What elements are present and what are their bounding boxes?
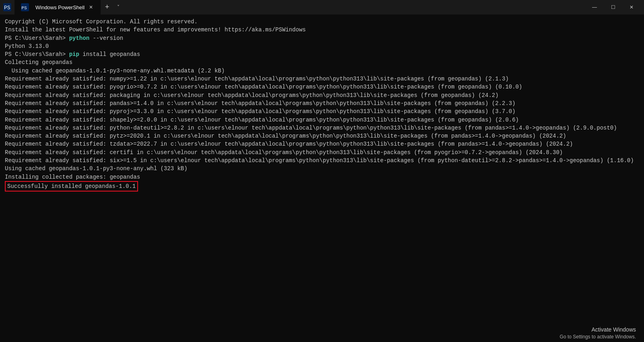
- tab-powershell-icon: PS: [21, 3, 29, 11]
- terminal-output: Copyright (C) Microsoft Corporation. All…: [5, 18, 639, 192]
- terminal-line-copyright: Copyright (C) Microsoft Corporation. All…: [5, 18, 639, 26]
- powershell-window: PS PS Windows PowerShell ✕ + ˅ — ☐ ✕: [0, 0, 644, 342]
- terminal-line-req8: Requirement already satisfied: pytz>=202…: [5, 132, 639, 140]
- terminal-line-req10: Requirement already satisfied: certifi i…: [5, 148, 639, 157]
- svg-text:PS: PS: [21, 6, 27, 10]
- maximize-button[interactable]: ☐: [604, 0, 622, 14]
- terminal-line-cmd-python-version: PS C:\Users\Sarah> python --version: [5, 34, 639, 42]
- terminal-line-req7: Requirement already satisfied: python-da…: [5, 124, 639, 132]
- terminal-line-python-version-out: Python 3.13.0: [5, 42, 639, 50]
- terminal-line-req6: Requirement already satisfied: shapely>=…: [5, 116, 639, 124]
- command-args: install geopandas: [79, 51, 140, 58]
- activate-title: Activate Windows: [560, 326, 636, 334]
- terminal-line-req1: Requirement already satisfied: numpy>=1.…: [5, 75, 639, 83]
- terminal-line-using-cached: Using cached geopandas-1.0.1-py3-none-an…: [5, 67, 639, 75]
- terminal-line-cmd-pip-install: PS C:\Users\Sarah> pip install geopandas: [5, 50, 639, 58]
- svg-text:PS: PS: [4, 5, 10, 11]
- tab-area: PS Windows PowerShell ✕ + ˅: [14, 0, 585, 14]
- terminal-line-req3: Requirement already satisfied: packaging…: [5, 91, 639, 99]
- minimize-button[interactable]: —: [585, 0, 604, 14]
- titlebar: PS PS Windows PowerShell ✕ + ˅ — ☐ ✕: [0, 0, 644, 14]
- terminal-line-installing: Installing collected packages: geopandas: [5, 173, 639, 181]
- tab-dropdown-button[interactable]: ˅: [114, 0, 123, 14]
- activate-windows-notice: Activate Windows Go to Settings to activ…: [560, 326, 636, 340]
- terminal-body: Copyright (C) Microsoft Corporation. All…: [0, 14, 644, 342]
- powershell-icon: PS: [3, 3, 11, 11]
- tab-close-button[interactable]: ✕: [88, 4, 94, 10]
- ps-prompt: PS C:\Users\Sarah>: [5, 35, 69, 41]
- terminal-line-req11: Requirement already satisfied: six>=1.5 …: [5, 157, 639, 165]
- tab-powershell[interactable]: PS Windows PowerShell ✕: [14, 0, 101, 14]
- terminal-line-using-cached2: Using cached geopandas-1.0.1-py3-none-an…: [5, 165, 639, 173]
- terminal-line-collecting: Collecting geopandas: [5, 58, 639, 66]
- terminal-line-req4: Requirement already satisfied: pandas>=1…: [5, 99, 639, 107]
- success-message: Successfully installed geopandas-1.0.1: [5, 181, 138, 192]
- close-button[interactable]: ✕: [622, 0, 641, 14]
- new-tab-button[interactable]: +: [101, 0, 114, 14]
- ps-prompt: PS C:\Users\Sarah>: [5, 51, 69, 58]
- terminal-line-install-tip: Install the latest PowerShell for new fe…: [5, 26, 639, 34]
- terminal-line-req9: Requirement already satisfied: tzdata>=2…: [5, 140, 639, 148]
- command-keyword: python: [69, 35, 89, 41]
- tab-label: Windows PowerShell: [35, 4, 85, 10]
- command-keyword: pip: [69, 51, 79, 58]
- terminal-line-req5: Requirement already satisfied: pyproj>=3…: [5, 107, 639, 115]
- terminal-line-req2: Requirement already satisfied: pyogrio>=…: [5, 83, 639, 91]
- command-args: --version: [89, 35, 123, 41]
- window-controls: — ☐ ✕: [585, 0, 641, 14]
- activate-subtitle: Go to Settings to activate Windows.: [560, 334, 636, 340]
- terminal-line-success: Successfully installed geopandas-1.0.1: [5, 181, 639, 192]
